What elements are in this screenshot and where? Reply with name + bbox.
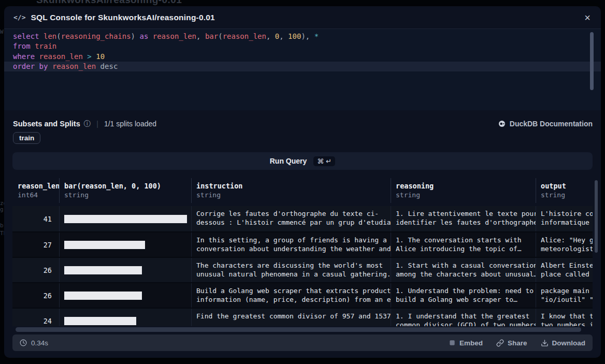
cell-text-line: informatique bbox=[541, 219, 593, 227]
cell-instruction: Find the greatest common divisor of 957 … bbox=[192, 309, 391, 326]
sql-token bbox=[31, 42, 35, 50]
bar-visualization bbox=[64, 266, 142, 274]
cell-text-line: 1. I understand that the greatest bbox=[396, 312, 536, 321]
table-body: 41Corrige les fautes d'orthographe du te… bbox=[12, 206, 593, 326]
cell-text-line: Albert Einste bbox=[541, 261, 593, 270]
close-icon[interactable]: × bbox=[583, 12, 592, 23]
sql-token: reason_len bbox=[52, 62, 96, 70]
cell-text-line: Corrige les fautes d'orthographe du text… bbox=[196, 210, 391, 219]
editor-scrollbar[interactable] bbox=[590, 32, 594, 90]
cell-instruction: Corrige les fautes d'orthographe du text… bbox=[192, 206, 391, 231]
cell-text-line: unusual natural phenomena in a casual ga… bbox=[196, 270, 391, 279]
results-footer: 0.34s EmbedShareDownload bbox=[12, 334, 593, 351]
download-icon bbox=[541, 339, 549, 347]
cell-reason-len: 27 bbox=[12, 232, 60, 257]
horizontal-scrollbar-thumb[interactable] bbox=[16, 327, 581, 332]
duration-value: 0.34s bbox=[31, 339, 48, 347]
sql-code-line: where reason_len > 10 bbox=[4, 52, 601, 62]
sql-token: reason_len bbox=[223, 32, 266, 40]
cell-reasoning: 1. I understand that the greatestcommon … bbox=[391, 309, 536, 326]
cell-output: I know that ttwo numbers i bbox=[536, 309, 593, 326]
cell-text-line: Build a Golang web scraper that extracts… bbox=[196, 287, 391, 296]
sql-token: > bbox=[87, 52, 91, 61]
download-button[interactable]: Download bbox=[541, 339, 586, 347]
cell-text-line: two numbers i bbox=[541, 321, 593, 327]
shortcut-key: ⌘ bbox=[317, 157, 324, 165]
table-row[interactable]: 24Find the greatest common divisor of 95… bbox=[12, 308, 593, 326]
cell-text-line: identifier les fautes d'orthographe… bbox=[396, 219, 536, 227]
column-name: bar(reason_len, 0, 100) bbox=[64, 182, 191, 190]
column-type: string bbox=[196, 191, 391, 199]
column-header-reason-len[interactable]: reason_lenint64 bbox=[12, 178, 60, 203]
cell-text-line: "io/ioutil" " bbox=[541, 296, 593, 304]
table-row[interactable]: 26The characters are discussing the worl… bbox=[12, 257, 593, 282]
cell-text-line: conversation about understanding the wea… bbox=[196, 245, 391, 254]
cell-text-line: among the characters about unusual… bbox=[396, 270, 536, 279]
run-query-button[interactable]: Run Query ⌘↵ bbox=[12, 152, 593, 170]
cell-text-line: meteorologist bbox=[541, 245, 593, 254]
table-vertical-scrollbar[interactable] bbox=[595, 180, 598, 253]
bar-visualization bbox=[64, 317, 136, 325]
cell-text-line: 1. Understand the problem: need to bbox=[396, 287, 536, 296]
sql-token: where bbox=[13, 52, 35, 61]
modal-title: SQL Console for SkunkworksAI/reasoning-0… bbox=[31, 13, 214, 22]
cell-reasoning: 1. Start with a casual conversationamong… bbox=[391, 258, 536, 282]
column-header-instruction[interactable]: instructionstring bbox=[192, 178, 391, 203]
sql-token bbox=[92, 52, 96, 61]
bar-visualization bbox=[64, 241, 145, 249]
split-chip-train[interactable]: train bbox=[13, 132, 40, 144]
cell-bar bbox=[60, 309, 192, 326]
cell-text-line: I know that t bbox=[541, 312, 593, 321]
cell-reasoning: 1. The conversation starts withAlice int… bbox=[391, 232, 536, 257]
table-row[interactable]: 41Corrige les fautes d'orthographe du te… bbox=[12, 206, 593, 231]
bar-visualization bbox=[64, 215, 187, 223]
sql-token: ), bbox=[301, 32, 314, 40]
sql-token bbox=[35, 62, 39, 70]
cell-bar bbox=[60, 283, 192, 308]
table-row[interactable]: 27In this setting, a group of friends is… bbox=[12, 231, 593, 257]
cell-instruction: In this setting, a group of friends is h… bbox=[192, 232, 391, 257]
cell-output: Albert Einsteplace called bbox=[536, 258, 593, 282]
cell-bar bbox=[60, 206, 192, 231]
cell-reasoning: 1. Lire attentivement le texte pourident… bbox=[391, 206, 536, 231]
column-name: instruction bbox=[196, 182, 391, 190]
cell-reason-len: 26 bbox=[12, 283, 60, 308]
cell-bar bbox=[60, 232, 192, 257]
sql-token: bar bbox=[205, 32, 218, 40]
sql-token: , bbox=[266, 32, 275, 40]
column-header-reasoning[interactable]: reasoningstring bbox=[391, 178, 536, 203]
cell-reason-len: 24 bbox=[12, 309, 60, 326]
backdrop-text-fragment: b bbox=[0, 222, 4, 229]
duckdb-logo-icon bbox=[498, 120, 506, 128]
column-type: string bbox=[64, 191, 191, 199]
share-label: Share bbox=[508, 339, 527, 347]
sql-token: select bbox=[13, 32, 39, 40]
embed-label: Embed bbox=[459, 339, 483, 347]
share-button[interactable]: Share bbox=[496, 339, 527, 347]
sql-token bbox=[39, 32, 44, 40]
embed-button[interactable]: Embed bbox=[449, 339, 483, 347]
table-row[interactable]: 26Build a Golang web scraper that extrac… bbox=[12, 282, 593, 308]
sql-token: 0 bbox=[275, 32, 279, 40]
cell-text-line: 1. Lire attentivement le texte pour bbox=[396, 210, 536, 219]
clock-icon bbox=[20, 339, 27, 346]
cell-text-line: L'histoire co bbox=[541, 210, 593, 219]
sql-editor[interactable]: select len(reasoning_chains) as reason_l… bbox=[4, 29, 601, 110]
cell-text-line: 1. Start with a casual conversation bbox=[396, 261, 536, 270]
sql-token: ( bbox=[56, 32, 61, 40]
sql-code-line: order by reason_len desc bbox=[4, 62, 601, 71]
sql-token: ) bbox=[131, 32, 140, 40]
cell-text-line: Alice: "Hey g bbox=[541, 236, 593, 245]
column-header-bar-reason-len-0-100-[interactable]: bar(reason_len, 0, 100)string bbox=[60, 178, 192, 203]
column-header-output[interactable]: outputstring bbox=[536, 178, 593, 203]
bar-visualization bbox=[64, 292, 142, 300]
sql-token bbox=[148, 32, 152, 40]
info-icon[interactable]: ⓘ bbox=[84, 119, 91, 128]
cell-reason-len: 26 bbox=[12, 258, 60, 282]
run-query-shortcut: ⌘↵ bbox=[313, 156, 335, 166]
splits-chip-list: train bbox=[13, 132, 40, 144]
table-horizontal-scrollbar[interactable] bbox=[12, 327, 593, 332]
duckdb-documentation-link[interactable]: DuckDB Documentation bbox=[498, 120, 593, 128]
duckdb-documentation-label: DuckDB Documentation bbox=[510, 120, 593, 128]
sql-token: len bbox=[44, 32, 56, 40]
